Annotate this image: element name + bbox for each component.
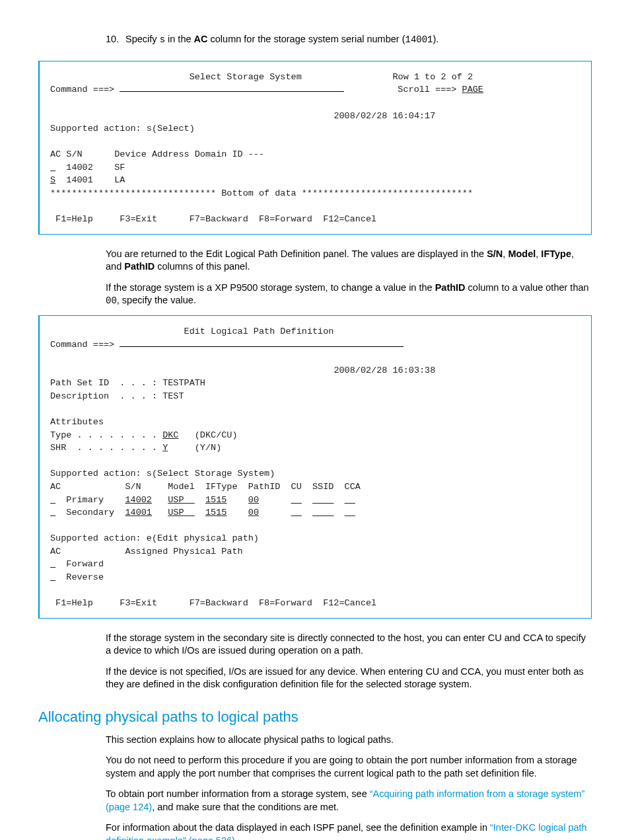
p8-t2: . — [235, 835, 238, 840]
t1-fkeys: F1=Help F3=Exit F7=Backward F8=Forward F… — [50, 214, 376, 224]
terminal-edit-logical-path: Edit Logical Path Definition Command ===… — [38, 315, 592, 618]
para-return: You are returned to the Edit Logical Pat… — [106, 248, 592, 274]
t1-supported: Supported action: s(Select) — [50, 124, 195, 134]
t1-r2-dev: LA — [114, 175, 125, 185]
step-number: 10. — [106, 33, 123, 46]
t2-r2-model[interactable]: USP — [168, 508, 195, 517]
t2-r2-p[interactable]: 00 — [248, 508, 259, 517]
t2-cmd-label: Command ===> — [50, 340, 114, 350]
t1-title: Select Storage System — [190, 72, 302, 82]
para-device-not-specified: If the device is not specified, I/Os are… — [106, 666, 592, 691]
t1-row2: S 14001 LA — [50, 175, 125, 185]
t1-rowinfo: Row 1 to 2 of 2 — [393, 72, 473, 82]
t2-shr-label: SHR . . . . . . . . — [50, 443, 162, 453]
t1-timestamp-line: 2008/02/28 16:04:17 — [50, 111, 435, 121]
bold-ac: AC — [194, 34, 208, 44]
t1-cmd-input[interactable] — [120, 91, 344, 92]
t2-r1-cca[interactable] — [345, 495, 355, 505]
step-text-4: ). — [433, 34, 439, 44]
p1-t1: You are returned to the Edit Logical Pat… — [106, 248, 487, 259]
p1-b4: PathID — [124, 261, 155, 272]
t1-row1: _ 14002 SF — [50, 163, 125, 172]
step-10: 10. Specify s in the AC column for the s… — [106, 33, 592, 46]
t2-r1-sn[interactable]: 14002 — [125, 495, 152, 505]
t2-r2-ac[interactable]: _ — [50, 508, 55, 517]
t1-bottom: ******************************* Bottom o… — [50, 188, 473, 198]
t1-r2-ac[interactable]: S — [50, 175, 55, 185]
t2-desc: Description . . . : TEST — [50, 391, 184, 401]
p2-code: 00 — [106, 295, 117, 306]
t1-cmd-line: Command ===> Scroll ===> PAGE — [50, 85, 483, 95]
p8-t1: For information about the data displayed… — [106, 822, 490, 833]
step-text-2: in the — [165, 34, 194, 44]
p2-b1: PathID — [435, 282, 466, 293]
t2-fwd: Forward — [66, 559, 104, 569]
t2-rev-ac[interactable]: _ — [50, 572, 55, 582]
t1-scroll-value[interactable]: PAGE — [462, 85, 483, 95]
terminal-select-storage: Select Storage System Row 1 to 2 of 2 Co… — [38, 61, 592, 235]
step-text-1: Specify — [125, 34, 160, 44]
t2-r1-ac[interactable]: _ — [50, 495, 55, 505]
section-heading: Allocating physical paths to logical pat… — [38, 707, 592, 727]
t2-title: Edit Logical Path Definition — [184, 326, 334, 336]
para-secondary-host: If the storage system in the secondary s… — [106, 632, 592, 658]
t2-rev: Reverse — [66, 572, 104, 582]
t2-r2-cca[interactable] — [345, 508, 355, 517]
t1-r2-sn: 14001 — [66, 175, 93, 185]
t1-timestamp: 2008/02/28 16:04:17 — [333, 111, 435, 121]
p2-t3: , specify the value. — [117, 295, 196, 305]
t2-title-line: Edit Logical Path Definition — [50, 326, 333, 336]
t1-title-line: Select Storage System Row 1 to 2 of 2 — [50, 72, 473, 82]
code-14001: 14001 — [405, 34, 433, 45]
t2-r2-cu[interactable] — [291, 508, 302, 517]
t2-r1-role: Primary — [66, 495, 114, 505]
t1-header: AC S/N Device Address Domain ID --- — [50, 149, 264, 159]
t2-r2-role: Secondary — [66, 508, 114, 517]
step-text-3: column for the storage system serial num… — [208, 34, 405, 44]
p1-b2: Model — [508, 248, 536, 259]
t2-r2-if[interactable]: 1515 — [205, 508, 227, 517]
t2-r1-if[interactable]: 1515 — [205, 495, 227, 505]
t2-row-reverse: _ Reverse — [50, 572, 104, 582]
t2-fwd-ac[interactable]: _ — [50, 559, 55, 569]
t2-row-forward: _ Forward — [50, 559, 104, 569]
p1-t2: columns of this panel. — [155, 261, 250, 272]
t2-row-secondary: _ Secondary 14001 USP 1515 00 — [50, 508, 355, 517]
t1-r1-sn: 14002 — [66, 163, 93, 172]
t2-hdr1: AC S/N Model IFType PathID CU SSID CCA — [50, 482, 361, 492]
t2-r2-sn[interactable]: 14001 — [125, 508, 152, 517]
t2-cmd-input[interactable] — [120, 346, 403, 347]
t2-timestamp-line: 2008/02/28 16:03:38 — [50, 365, 435, 375]
p7-t1: To obtain port number information from a… — [106, 788, 370, 799]
t2-r1-ssid[interactable] — [312, 495, 333, 505]
t2-r1-model[interactable]: USP — [168, 495, 195, 505]
t2-type-val[interactable]: DKC — [162, 430, 178, 440]
t2-r1-cu[interactable] — [291, 495, 302, 505]
t2-shr-opts: (Y/N) — [195, 443, 222, 453]
p2-t2: column to a value other than — [466, 282, 589, 293]
t2-shr-line: SHR . . . . . . . . Y (Y/N) — [50, 443, 221, 453]
p7-t2: , and make sure that the conditions are … — [152, 802, 339, 812]
t2-sup2: Supported action: e(Edit physical path) — [50, 533, 259, 543]
para-obtain-port: To obtain port number information from a… — [106, 788, 592, 814]
t2-cmd-line: Command ===> — [50, 340, 403, 350]
t2-timestamp: 2008/02/28 16:03:38 — [333, 365, 435, 375]
t2-r2-ssid[interactable] — [312, 508, 333, 517]
para-ispf-info: For information about the data displayed… — [106, 821, 592, 840]
t2-pathset: Path Set ID . . . : TESTPATH — [50, 378, 205, 388]
p1-b3: IFType — [541, 248, 571, 259]
code-s: s — [160, 34, 165, 45]
t2-attrs: Attributes — [50, 417, 104, 427]
t2-type-opts: (DKC/CU) — [195, 430, 238, 440]
t2-shr-val[interactable]: Y — [162, 443, 168, 453]
t2-type-label: Type . . . . . . . . — [50, 430, 162, 440]
t2-sup1: Supported action: s(Select Storage Syste… — [50, 469, 275, 478]
t2-row-primary: _ Primary 14002 USP 1515 00 — [50, 495, 355, 505]
t1-r1-dev: SF — [114, 163, 125, 172]
t1-r1-ac[interactable]: _ — [50, 163, 55, 172]
para-noneed: You do not need to perform this procedur… — [106, 754, 592, 780]
para-p9500: If the storage system is a XP P9500 stor… — [106, 282, 592, 307]
p2-t1: If the storage system is a XP P9500 stor… — [106, 282, 435, 293]
t2-r1-p[interactable]: 00 — [248, 495, 259, 505]
t1-cmd-label: Command ===> — [50, 85, 114, 95]
